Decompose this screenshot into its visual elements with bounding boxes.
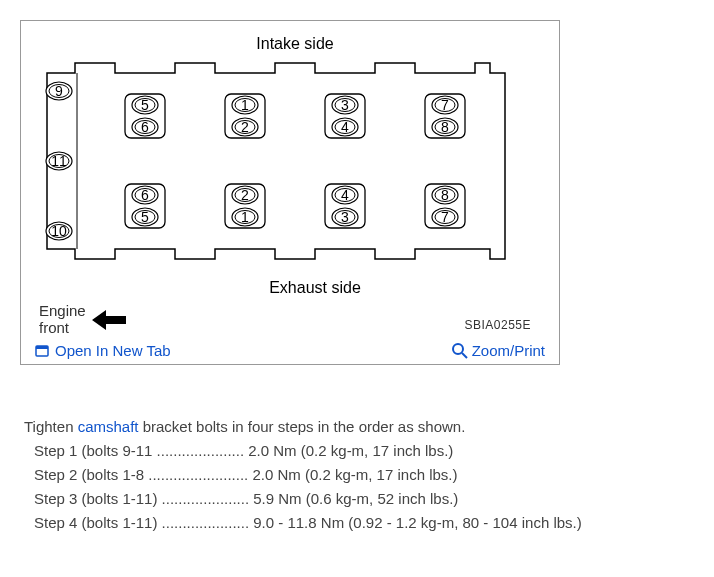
bolt-8: 8 (441, 187, 449, 203)
bolt-9: 9 (55, 83, 63, 99)
step-3: Step 3 (bolts 1-11) ....................… (24, 487, 694, 511)
open-icon (35, 344, 51, 358)
reference-code: SBIA0255E (464, 318, 531, 332)
bolt-1: 1 (241, 209, 249, 225)
bolt-10: 10 (51, 223, 67, 239)
bolt-4: 4 (341, 119, 349, 135)
bolt-1: 1 (241, 97, 249, 113)
zoom-print-link[interactable]: Zoom/Print (452, 342, 545, 359)
bolt-5: 5 (141, 209, 149, 225)
bolt-11: 11 (51, 153, 67, 169)
camshaft-diagram: Intake side Exhaust side 91110 56123478 … (35, 31, 545, 301)
instructions-intro: Tighten camshaft bracket bolts in four s… (24, 415, 694, 439)
bolt-3: 3 (341, 97, 349, 113)
open-new-tab-link[interactable]: Open In New Tab (35, 342, 171, 359)
zoom-icon (452, 343, 468, 359)
bolt-3: 3 (341, 209, 349, 225)
bolt-7: 7 (441, 97, 449, 113)
exhaust-label: Exhaust side (269, 279, 361, 296)
intake-label: Intake side (256, 35, 333, 52)
engine-front-label: Engine front (39, 303, 126, 336)
diagram-toolbar: Open In New Tab Zoom/Print (31, 342, 549, 359)
arrow-left-icon (92, 310, 126, 330)
svg-point-50 (453, 344, 463, 354)
bolt-5: 5 (141, 97, 149, 113)
bolt-6: 6 (141, 119, 149, 135)
step-2: Step 2 (bolts 1-8 ......................… (24, 463, 694, 487)
diagram-frame: Intake side Exhaust side 91110 56123478 … (20, 20, 560, 365)
instructions-block: Tighten camshaft bracket bolts in four s… (20, 415, 694, 535)
bolt-8: 8 (441, 119, 449, 135)
bolt-2: 2 (241, 119, 249, 135)
svg-marker-47 (92, 310, 126, 330)
bolt-6: 6 (141, 187, 149, 203)
step-1: Step 1 (bolts 9-11 .....................… (24, 439, 694, 463)
bolt-2: 2 (241, 187, 249, 203)
bolt-4: 4 (341, 187, 349, 203)
svg-line-51 (462, 353, 467, 358)
bolt-7: 7 (441, 209, 449, 225)
step-4: Step 4 (bolts 1-11) ....................… (24, 511, 694, 535)
svg-rect-49 (36, 346, 48, 349)
camshaft-link[interactable]: camshaft (78, 418, 139, 435)
